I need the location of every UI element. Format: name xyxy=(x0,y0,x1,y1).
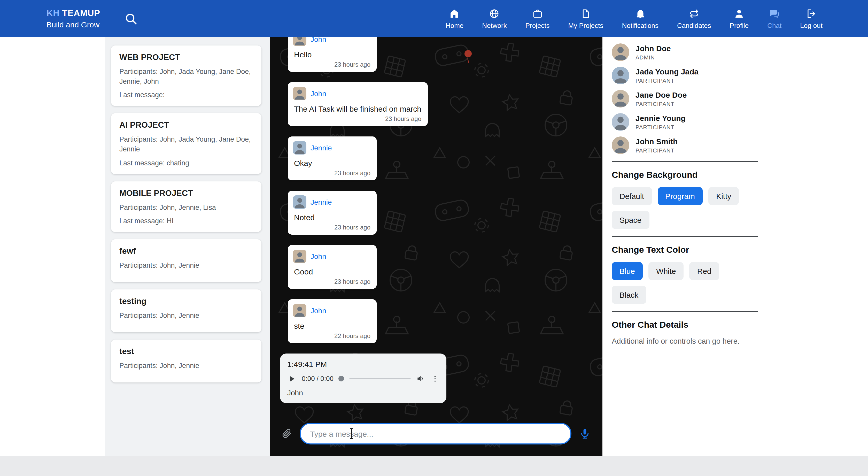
project-card-web-project[interactable]: WEB PROJECT Participants: John, Jada You… xyxy=(111,46,261,106)
nav-item-label: Network xyxy=(482,22,506,29)
participant-row: Jennie Young PARTICIPANT xyxy=(612,113,758,131)
message-text: Hello xyxy=(293,50,370,59)
nav-item-chat[interactable]: Chat xyxy=(767,8,781,29)
app: KHTEAMUP Build and Grow Home Network Pro… xyxy=(0,0,868,476)
left-margin xyxy=(0,37,105,456)
avatar xyxy=(293,196,306,209)
avatar xyxy=(612,90,629,108)
attachment-icon[interactable] xyxy=(281,428,292,439)
notifications-icon xyxy=(635,8,646,19)
project-participants: Participants: John, Jennie xyxy=(119,261,253,270)
nav-item-projects[interactable]: Projects xyxy=(525,8,550,29)
navbar: KHTEAMUP Build and Grow Home Network Pro… xyxy=(0,0,868,37)
play-icon[interactable] xyxy=(287,374,297,383)
chat-icon xyxy=(769,8,780,19)
nav-item-notifications[interactable]: Notifications xyxy=(622,8,658,29)
project-card-fewf[interactable]: fewf Participants: John, Jennie xyxy=(111,239,261,282)
audio-player[interactable]: 0:00 / 0:00 xyxy=(287,374,439,384)
projects-icon xyxy=(532,8,543,19)
participant-name: John Doe xyxy=(636,44,671,53)
project-card-ai-project[interactable]: AI PROJECT Participants: John, Jada Youn… xyxy=(111,114,261,174)
text-color-option-black[interactable]: Black xyxy=(612,286,646,304)
text-color-option-blue[interactable]: Blue xyxy=(612,262,643,280)
change-background-heading: Change Background xyxy=(612,170,758,180)
logo-teamup: TEAMUP xyxy=(62,8,100,18)
profile-icon xyxy=(734,8,745,19)
divider xyxy=(612,236,758,237)
divider xyxy=(612,161,758,162)
avatar xyxy=(293,304,306,317)
app-logo[interactable]: KHTEAMUP Build and Grow xyxy=(46,8,100,29)
text-color-option-red[interactable]: Red xyxy=(689,262,719,280)
background-option-kitty[interactable]: Kitty xyxy=(708,187,739,205)
message-text: Noted xyxy=(293,213,370,222)
project-list[interactable]: WEB PROJECT Participants: John, Jada You… xyxy=(105,37,270,456)
message-sender: John xyxy=(311,306,326,315)
message-header: John xyxy=(293,87,421,100)
nav-item-label: Profile xyxy=(730,22,749,29)
text-color-option-white[interactable]: White xyxy=(648,262,684,280)
audio-message-card: 1:49:41 PM 0:00 / 0:00 John xyxy=(280,354,446,403)
chat-message: Jennie Okay 23 hours ago xyxy=(288,137,377,180)
app-tagline: Build and Grow xyxy=(46,20,100,29)
chat-panel: John Hello 23 hours ago John The AI Task… xyxy=(270,37,602,456)
message-list[interactable]: John Hello 23 hours ago John The AI Task… xyxy=(270,37,602,417)
message-sender: John xyxy=(311,89,326,98)
nav-item-network[interactable]: Network xyxy=(482,8,506,29)
avatar xyxy=(293,87,306,100)
nav-item-my-projects[interactable]: My Projects xyxy=(568,8,603,29)
nav-item-label: Notifications xyxy=(622,22,658,29)
background-option-space[interactable]: Space xyxy=(612,211,649,229)
seek-thumb[interactable] xyxy=(339,376,344,381)
avatar xyxy=(293,141,306,154)
background-options: DefaultProgramKittySpace xyxy=(612,187,758,229)
nav-item-label: My Projects xyxy=(568,22,603,29)
message-time: 23 hours ago xyxy=(293,61,370,68)
audio-menu-icon[interactable] xyxy=(431,375,439,383)
chat-details-panel: John Doe ADMIN Jada Young Jada PARTICIPA… xyxy=(602,37,768,456)
project-card-test[interactable]: test Participants: John, Jennie xyxy=(111,339,261,383)
project-participants: Participants: John, Jennie, Lisa xyxy=(119,202,253,212)
message-header: John xyxy=(293,37,370,46)
project-card-mobile-project[interactable]: MOBILE PROJECT Participants: John, Jenni… xyxy=(111,181,261,232)
message-time: 23 hours ago xyxy=(293,224,370,231)
nav-item-home[interactable]: Home xyxy=(445,8,463,29)
app-title: KHTEAMUP xyxy=(46,8,100,19)
nav-item-candidates[interactable]: Candidates xyxy=(677,8,711,29)
logout-icon xyxy=(806,8,817,19)
participant-name: John Smith xyxy=(636,137,678,146)
chat-message: John The AI Task will be finished on mar… xyxy=(288,82,428,126)
message-sender: Jennie xyxy=(311,144,332,152)
logo-kh: KH xyxy=(46,8,59,18)
divider xyxy=(612,311,758,311)
participant-info: Jada Young Jada PARTICIPANT xyxy=(636,67,699,84)
project-title: AI PROJECT xyxy=(119,121,253,130)
volume-icon[interactable] xyxy=(416,374,426,384)
nav-item-profile[interactable]: Profile xyxy=(730,8,749,29)
project-participants: Participants: John, Jennie xyxy=(119,310,253,321)
participant-info: John Doe ADMIN xyxy=(636,44,671,61)
chat-message: John ste 22 hours ago xyxy=(288,299,377,343)
project-participants: Participants: John, Jada Young, Jane Doe… xyxy=(119,67,253,87)
background-option-default[interactable]: Default xyxy=(612,187,652,205)
project-title: fewf xyxy=(119,246,253,256)
background-option-program[interactable]: Program xyxy=(657,187,703,205)
microphone-icon[interactable] xyxy=(579,427,591,440)
participant-row: Jane Doe Doe PARTICIPANT xyxy=(612,90,758,108)
participant-info: John Smith PARTICIPANT xyxy=(636,137,678,154)
message-time: 22 hours ago xyxy=(293,332,370,339)
nav-item-log-out[interactable]: Log out xyxy=(800,8,823,29)
project-card-testing[interactable]: testing Participants: John, Jennie xyxy=(111,290,261,332)
nav-item-label: Chat xyxy=(767,22,781,29)
nav-item-label: Projects xyxy=(525,22,550,29)
avatar xyxy=(612,67,629,84)
avatar xyxy=(612,43,629,61)
participant-row: Jada Young Jada PARTICIPANT xyxy=(612,67,758,84)
project-title: testing xyxy=(119,297,253,306)
seek-track[interactable] xyxy=(349,378,411,379)
message-header: Jennie xyxy=(293,141,370,154)
project-last-message: Last message: HI xyxy=(119,217,253,225)
nav-item-label: Home xyxy=(445,22,463,29)
search-icon[interactable] xyxy=(124,11,138,26)
message-input[interactable] xyxy=(300,423,571,444)
